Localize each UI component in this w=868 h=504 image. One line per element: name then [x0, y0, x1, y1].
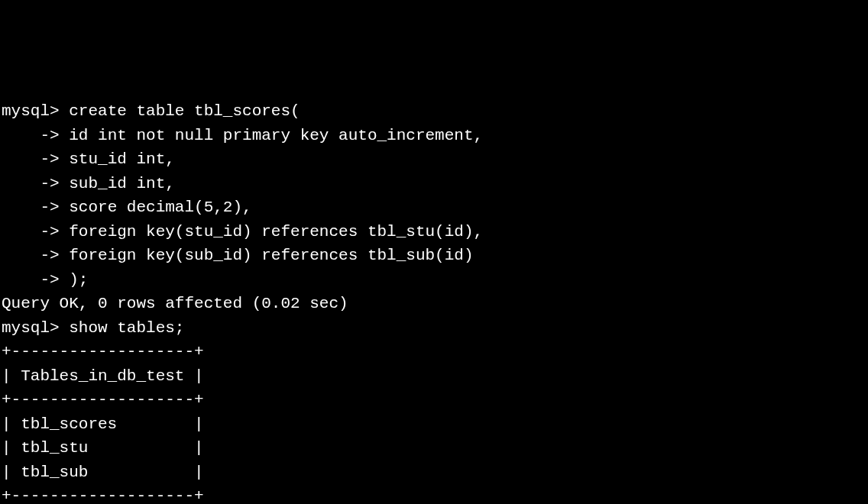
sql-command: foreign key(stu_id) references tbl_stu(i… — [69, 223, 483, 241]
continuation-prompt: -> — [2, 199, 69, 216]
terminal-output[interactable]: mysql> create table tbl_scores( -> id in… — [2, 99, 866, 504]
mysql-prompt: mysql> — [2, 102, 69, 120]
sql-command: ); — [69, 271, 88, 289]
continuation-prompt: -> — [2, 175, 69, 192]
sql-command: stu_id int, — [69, 150, 175, 168]
continuation-prompt: -> — [2, 223, 69, 241]
continuation-prompt: -> — [2, 127, 69, 144]
continuation-line: -> stu_id int, — [2, 147, 866, 172]
continuation-line: -> score decimal(5,2), — [2, 195, 866, 220]
continuation-line: -> foreign key(stu_id) references tbl_st… — [2, 220, 866, 244]
sql-command: id int not null primary key auto_increme… — [69, 127, 483, 144]
table-row: | tbl_sub | — [2, 460, 866, 485]
sql-command: score decimal(5,2), — [69, 199, 251, 216]
table-border: +-------------------+ — [2, 388, 866, 412]
sql-command: sub_id int, — [69, 175, 175, 192]
table-row: | tbl_scores | — [2, 412, 866, 437]
continuation-line: -> id int not null primary key auto_incr… — [2, 124, 866, 148]
mysql-prompt: mysql> — [2, 319, 69, 337]
command-line: mysql> show tables; — [2, 316, 866, 341]
table-header: | Tables_in_db_test | — [2, 364, 866, 389]
command-line: mysql> create table tbl_scores( — [2, 99, 866, 124]
continuation-prompt: -> — [2, 150, 69, 168]
query-result: Query OK, 0 rows affected (0.02 sec) — [2, 292, 866, 316]
table-border: +-------------------+ — [2, 484, 866, 504]
sql-command: foreign key(sub_id) references tbl_sub(i… — [69, 247, 473, 264]
continuation-prompt: -> — [2, 271, 69, 289]
table-row: | tbl_stu | — [2, 436, 866, 460]
sql-command: show tables; — [69, 319, 184, 337]
continuation-prompt: -> — [2, 247, 69, 264]
sql-command: create table tbl_scores( — [69, 102, 300, 120]
table-border: +-------------------+ — [2, 340, 866, 364]
continuation-line: -> sub_id int, — [2, 172, 866, 196]
continuation-line: -> ); — [2, 268, 866, 292]
continuation-line: -> foreign key(sub_id) references tbl_su… — [2, 244, 866, 268]
